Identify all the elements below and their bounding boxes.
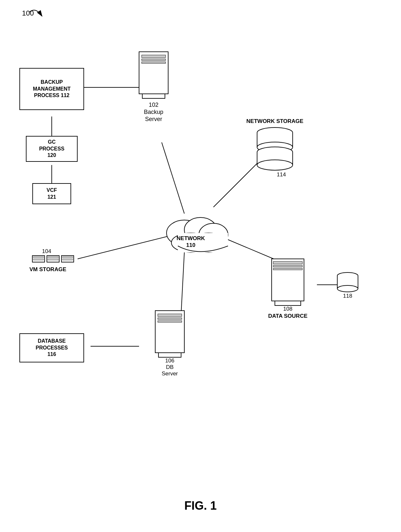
svg-rect-22 — [142, 59, 166, 61]
svg-text:114: 114 — [277, 172, 286, 178]
svg-line-6 — [213, 162, 259, 207]
svg-rect-54 — [158, 321, 182, 322]
network-storage-icon — [257, 127, 293, 170]
svg-text:102: 102 — [149, 102, 158, 108]
svg-text:108: 108 — [283, 306, 292, 312]
svg-rect-51 — [155, 311, 184, 353]
figure-label: FIG. 1 — [0, 499, 401, 513]
vcf-box: VCF121 — [32, 183, 71, 204]
svg-rect-62 — [273, 268, 302, 270]
svg-rect-42 — [33, 259, 44, 260]
svg-rect-44 — [48, 257, 58, 258]
svg-text:NETWORK STORAGE: NETWORK STORAGE — [246, 118, 303, 124]
svg-rect-24 — [142, 94, 165, 98]
svg-point-37 — [257, 160, 293, 170]
svg-text:104: 104 — [42, 248, 51, 254]
svg-rect-60 — [273, 261, 302, 264]
db-server-icon — [155, 311, 184, 357]
svg-rect-63 — [275, 301, 301, 305]
svg-rect-20 — [139, 52, 168, 94]
svg-line-5 — [220, 236, 281, 262]
backup-mgmt-box: BACKUP MANAGEMENT PROCESS 112 — [19, 68, 84, 110]
svg-line-2 — [162, 142, 184, 214]
svg-text:DATA SOURCE: DATA SOURCE — [268, 313, 308, 319]
gc-process-box: GCPROCESS120 — [26, 136, 78, 162]
data-source-icon — [272, 259, 304, 305]
data-source-db-icon — [337, 272, 358, 292]
svg-rect-21 — [142, 55, 166, 58]
db-processes-box: DATABASEPROCESSES116 — [19, 333, 84, 362]
svg-rect-41 — [33, 257, 44, 258]
svg-text:118: 118 — [343, 293, 352, 299]
svg-rect-23 — [142, 62, 166, 63]
svg-rect-48 — [62, 259, 73, 260]
svg-text:106: 106 — [165, 358, 174, 364]
svg-text:Server: Server — [162, 371, 178, 377]
svg-rect-45 — [48, 259, 58, 260]
svg-rect-55 — [158, 353, 181, 357]
svg-rect-47 — [62, 257, 73, 258]
svg-line-3 — [78, 236, 168, 259]
backup-server-icon — [139, 52, 168, 98]
diagram-container: 100 — [0, 0, 401, 532]
svg-text:VM STORAGE: VM STORAGE — [29, 266, 66, 272]
svg-rect-53 — [158, 318, 182, 319]
svg-text:NETWORK: NETWORK — [177, 235, 205, 241]
svg-point-70 — [337, 285, 358, 292]
svg-rect-52 — [158, 314, 182, 316]
svg-line-4 — [181, 252, 184, 314]
svg-text:Backup: Backup — [144, 109, 163, 115]
vm-storage-icon — [32, 256, 74, 262]
svg-text:DB: DB — [166, 364, 174, 370]
svg-rect-61 — [273, 265, 302, 267]
svg-text:110: 110 — [186, 242, 195, 248]
svg-text:Server: Server — [145, 116, 162, 122]
